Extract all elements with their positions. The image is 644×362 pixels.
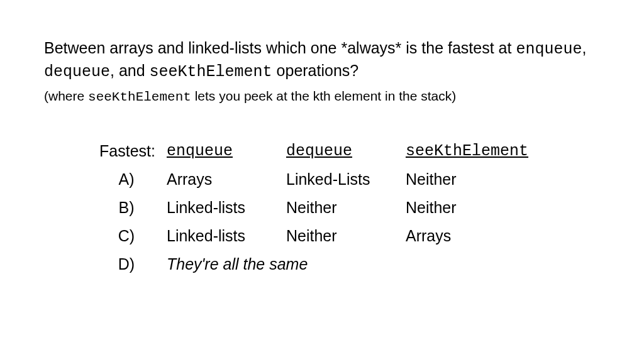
header-enqueue: enqueue <box>167 137 286 165</box>
question-text: Between arrays and linked-lists which on… <box>44 38 600 82</box>
table-row: B) Linked-lists Neither Neither <box>97 194 569 222</box>
cell-enqueue: Linked-lists <box>167 194 286 222</box>
header-dequeue: dequeue <box>286 137 406 165</box>
cell-enqueue: Arrays <box>167 165 286 194</box>
cell-dequeue: Neither <box>286 194 406 222</box>
table-header-row: Fastest: enqueue dequeue seeKthElement <box>97 137 569 165</box>
row-label: A) <box>97 165 167 194</box>
answer-table: Fastest: enqueue dequeue seeKthElement A… <box>97 137 569 278</box>
question-op3: seeKthElement <box>150 63 272 81</box>
cell-dequeue: Linked-Lists <box>286 165 406 194</box>
answer-table-wrap: Fastest: enqueue dequeue seeKthElement A… <box>44 137 600 278</box>
row-label: D) <box>97 250 167 278</box>
cell-enqueue: Linked-lists <box>167 222 286 250</box>
subtext-prefix: (where <box>44 89 88 103</box>
question-sep1: , <box>582 39 586 57</box>
question-subtext: (where seeKthElement lets you peek at th… <box>44 87 600 106</box>
cell-dequeue: Neither <box>286 222 406 250</box>
table-row: D) They're all the same <box>97 250 569 278</box>
cell-seek: Neither <box>406 165 569 194</box>
table-row: A) Arrays Linked-Lists Neither <box>97 165 569 194</box>
question-sep2: , and <box>110 62 150 79</box>
row-label: C) <box>97 222 167 250</box>
row-label: B) <box>97 194 167 222</box>
subtext-op: seeKthElement <box>88 90 191 104</box>
question-op1: enqueue <box>516 40 582 58</box>
cell-span: They're all the same <box>167 250 569 278</box>
header-seek: seeKthElement <box>406 137 569 165</box>
subtext-suffix: lets you peek at the kth element in the … <box>191 89 456 103</box>
cell-seek: Neither <box>406 194 569 222</box>
question-prefix: Between arrays and linked-lists which on… <box>44 39 516 57</box>
question-op2: dequeue <box>44 63 110 81</box>
table-row: C) Linked-lists Neither Arrays <box>97 222 569 250</box>
header-label: Fastest: <box>97 137 167 165</box>
cell-seek: Arrays <box>406 222 569 250</box>
question-suffix: operations? <box>272 62 359 79</box>
